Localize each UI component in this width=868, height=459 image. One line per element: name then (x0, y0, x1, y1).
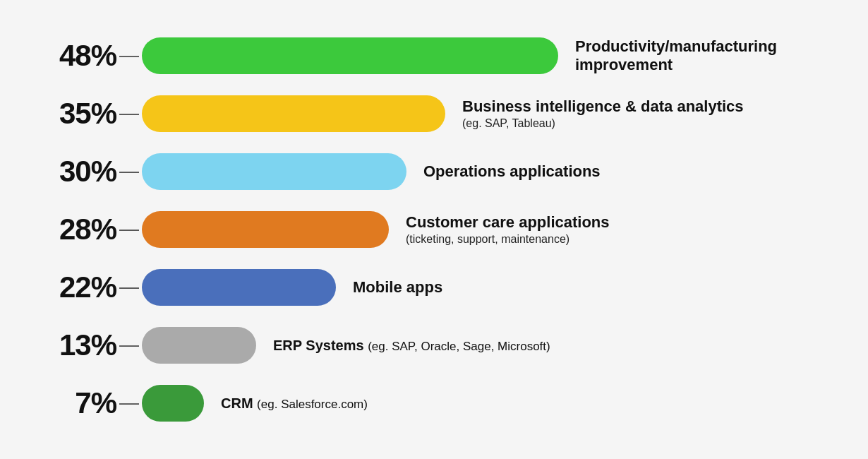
percentage-erp: 13% (39, 328, 116, 362)
label-main-customer: Customer care applications (406, 213, 610, 232)
label-block-erp: ERP Systems (eg. SAP, Oracle, Sage, Micr… (273, 337, 550, 354)
percentage-bi: 35% (39, 97, 116, 131)
bar-row-ops: 30% — Operations applications (39, 146, 829, 197)
bar-wrapper-productivity (142, 37, 558, 74)
bar-row-mobile: 22% — Mobile apps (39, 262, 829, 313)
bar-wrapper-crm (142, 385, 204, 422)
label-sub-crm: (eg. Salesforce.com) (257, 398, 368, 411)
bar-wrapper-mobile (142, 269, 336, 306)
dash-mobile: — (116, 275, 142, 298)
bar-wrapper-bi (142, 95, 445, 132)
bar-wrapper-ops (142, 153, 406, 190)
dash-crm: — (116, 391, 142, 414)
bar-productivity (142, 37, 558, 74)
bar-erp (142, 327, 256, 364)
bar-row-bi: 35% — Business intelligence & data analy… (39, 88, 829, 139)
bar-mobile (142, 269, 336, 306)
label-block-mobile: Mobile apps (353, 278, 442, 297)
bar-row-productivity: 48% — Productivity/manufacturingimprovem… (39, 30, 829, 81)
dash-customer: — (116, 217, 142, 240)
bar-row-erp: 13% — ERP Systems (eg. SAP, Oracle, Sage… (39, 320, 829, 371)
label-sub-customer: (ticketing, support, maintenance) (406, 233, 610, 246)
bar-row-customer: 28% — Customer care applications (ticket… (39, 204, 829, 255)
bar-crm (142, 385, 204, 422)
label-main-crm: CRM (eg. Salesforce.com) (221, 395, 368, 412)
dash-productivity: — (116, 44, 142, 66)
bar-ops (142, 153, 406, 190)
label-main-productivity: Productivity/manufacturingimprovement (575, 37, 777, 75)
label-main-bi: Business intelligence & data analytics (462, 97, 744, 116)
bar-wrapper-customer (142, 211, 389, 248)
dash-ops: — (116, 160, 142, 182)
label-sub-bi: (eg. SAP, Tableau) (462, 117, 744, 130)
bar-wrapper-erp (142, 327, 256, 364)
bar-row-crm: 7% — CRM (eg. Salesforce.com) (39, 378, 829, 429)
label-block-ops: Operations applications (423, 162, 601, 181)
percentage-mobile: 22% (39, 270, 116, 304)
label-block-crm: CRM (eg. Salesforce.com) (221, 395, 368, 412)
label-main-mobile: Mobile apps (353, 278, 442, 297)
percentage-productivity: 48% (39, 39, 116, 73)
percentage-ops: 30% (39, 155, 116, 189)
label-block-customer: Customer care applications (ticketing, s… (406, 213, 610, 246)
label-main-ops: Operations applications (423, 162, 601, 181)
dash-bi: — (116, 102, 142, 124)
chart-container: 48% — Productivity/manufacturingimprovem… (18, 16, 850, 443)
label-block-bi: Business intelligence & data analytics (… (462, 97, 744, 130)
label-main-erp: ERP Systems (eg. SAP, Oracle, Sage, Micr… (273, 337, 550, 354)
bar-customer (142, 211, 389, 248)
percentage-crm: 7% (39, 386, 116, 420)
label-block-productivity: Productivity/manufacturingimprovement (575, 37, 777, 75)
label-sub-erp: (eg. SAP, Oracle, Sage, Microsoft) (368, 340, 550, 353)
percentage-customer: 28% (39, 213, 116, 246)
bar-bi (142, 95, 445, 132)
dash-erp: — (116, 333, 142, 356)
